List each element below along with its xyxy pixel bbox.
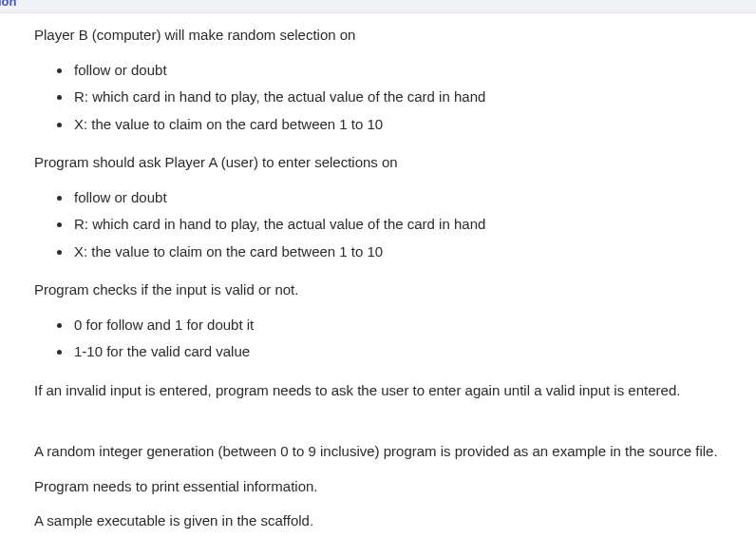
paragraph-player-a: Program should ask Player A (user) to en… (34, 152, 722, 174)
section-header-bar: iption (0, 0, 756, 13)
paragraph-invalid-input: If an invalid input is entered, program … (34, 380, 722, 402)
list-item: R: which card in hand to play, the actua… (72, 214, 722, 236)
paragraph-player-b: Player B (computer) will make random sel… (34, 25, 722, 47)
paragraph-sample-exec: A sample executable is given in the scaf… (34, 510, 722, 532)
list-item: X: the value to claim on the card betwee… (72, 114, 722, 136)
paragraph-random-gen: A random integer generation (between 0 t… (34, 441, 722, 463)
list-player-b-selections: follow or doubt R: which card in hand to… (34, 60, 722, 136)
list-item: 1-10 for the valid card value (72, 341, 722, 363)
document-content: Player B (computer) will make random sel… (0, 13, 756, 557)
blank-spacer (34, 414, 722, 441)
list-item: 0 for follow and 1 for doubt it (72, 315, 722, 336)
list-player-a-selections: follow or doubt R: which card in hand to… (34, 187, 722, 263)
list-item: follow or doubt (72, 60, 722, 82)
list-item: follow or doubt (72, 187, 722, 209)
paragraph-validation: Program checks if the input is valid or … (34, 279, 722, 301)
paragraph-print-info: Program needs to print essential informa… (34, 476, 722, 498)
section-header-truncated: iption (0, 0, 16, 11)
list-item: X: the value to claim on the card betwee… (72, 241, 722, 263)
list-item: R: which card in hand to play, the actua… (72, 86, 722, 108)
list-valid-inputs: 0 for follow and 1 for doubt it 1-10 for… (34, 315, 722, 363)
